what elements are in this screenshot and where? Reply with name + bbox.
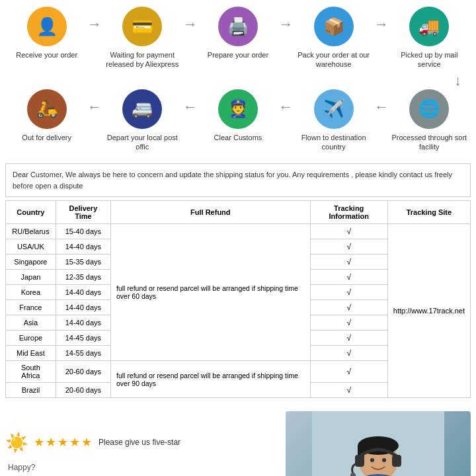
country-br: Brazil xyxy=(6,383,56,398)
step-out-delivery: 🛵 Out for delivery xyxy=(7,89,87,142)
pickup-mail-icon: 🚚 xyxy=(409,7,449,46)
shipping-process: 👤 Receive your order → 💳 Waiting for pay… xyxy=(0,0,476,160)
step-pack-order: 📦 Pack your order at our warehouse xyxy=(294,7,374,69)
happy-label: Happy? xyxy=(8,463,286,472)
tracking-ru: √ xyxy=(310,224,387,239)
arrow-6: ← xyxy=(183,89,198,116)
tracking-me: √ xyxy=(310,346,387,361)
svg-point-9 xyxy=(382,458,386,462)
check-br: √ xyxy=(346,385,351,395)
arrow-7: ← xyxy=(278,89,293,116)
tracking-fr: √ xyxy=(310,300,387,315)
delivery-usa: 14-40 days xyxy=(56,239,110,255)
arrow-1: → xyxy=(87,7,102,33)
notice-box: Dear Customer, We always be here to conc… xyxy=(5,163,471,197)
tracking-sg: √ xyxy=(310,255,387,270)
step-clear-customs: 👮 Clear Customs xyxy=(198,89,278,142)
step-pickup-mail-label: Picked up by mail service xyxy=(389,50,469,69)
tracking-site-all: http://www.17track.net xyxy=(387,224,470,398)
step-waiting-payment: 💳 Waiting for payment released by Aliexp… xyxy=(102,7,182,69)
step-waiting-payment-label: Waiting for payment released by Aliexpre… xyxy=(102,50,182,69)
check-kr: √ xyxy=(346,288,351,297)
prepare-order-icon: 🖨️ xyxy=(218,7,258,46)
col-refund: Full Refund xyxy=(110,201,310,224)
table-row: RU/Belarus 15-40 days full refund or res… xyxy=(6,224,471,239)
tracking-eu: √ xyxy=(310,331,387,346)
tracking-br: √ xyxy=(310,383,387,398)
tracking-jp: √ xyxy=(310,270,387,285)
step-depart-post-label: Depart your local post offic xyxy=(102,133,182,152)
pack-order-icon: 📦 xyxy=(314,7,354,46)
tracking-usa: √ xyxy=(310,239,387,255)
check-usa: √ xyxy=(346,242,351,251)
country-kr: Korea xyxy=(6,285,56,300)
down-arrow: ↓ xyxy=(7,72,469,89)
step-pickup-mail: 🚚 Picked up by mail service xyxy=(389,7,469,69)
step-depart-post: 🚐 Depart your local post offic xyxy=(102,89,182,152)
depart-post-icon: 🚐 xyxy=(122,89,162,129)
waiting-payment-icon: 💳 xyxy=(122,7,162,46)
arrow-8: ← xyxy=(374,89,389,116)
country-asia: Asia xyxy=(6,315,56,331)
country-me: Mid East xyxy=(6,346,56,361)
country-za: South Africa xyxy=(6,361,56,383)
delivery-asia: 14-40 days xyxy=(56,315,110,331)
receive-order-icon: 👤 xyxy=(27,7,67,46)
country-usa: USA/UK xyxy=(6,239,56,255)
tracking-asia: √ xyxy=(310,315,387,331)
delivery-br: 20-60 days xyxy=(56,383,110,398)
svg-point-8 xyxy=(370,458,374,462)
col-tracking-site: Tracking Site xyxy=(387,201,470,224)
process-row-2: 🛵 Out for delivery ← 🚐 Depart your local… xyxy=(7,89,469,152)
delivery-za: 20-60 days xyxy=(56,361,110,383)
step-flown-dest: ✈️ Flown to destination country xyxy=(294,89,374,152)
check-me: √ xyxy=(346,348,351,358)
tracking-kr: √ xyxy=(310,285,387,300)
step-pack-order-label: Pack your order at our warehouse xyxy=(294,50,374,69)
check-eu: √ xyxy=(346,333,351,342)
refund-group-2: full refund or resend parcel will be arr… xyxy=(110,361,310,398)
arrow-4: → xyxy=(374,7,389,33)
page-wrapper: 👤 Receive your order → 💳 Waiting for pay… xyxy=(0,0,476,476)
delivery-ru: 15-40 days xyxy=(56,224,110,239)
step-flown-dest-label: Flown to destination country xyxy=(294,133,374,152)
step-receive-order: 👤 Receive your order xyxy=(7,7,87,60)
customer-photo xyxy=(286,411,471,476)
tracking-za: √ xyxy=(310,361,387,383)
check-fr: √ xyxy=(346,303,351,312)
step-prepare-order-label: Prepare your order xyxy=(208,50,268,60)
rating-text: Please give us five-star xyxy=(99,438,180,447)
flown-dest-icon: ✈️ xyxy=(314,89,354,129)
country-fr: France xyxy=(6,300,56,315)
tracking-site-url[interactable]: http://www.17track.net xyxy=(393,307,465,315)
svg-rect-5 xyxy=(355,455,364,467)
delivery-kr: 14-40 days xyxy=(56,285,110,300)
out-delivery-icon: 🛵 xyxy=(27,89,67,129)
col-country: Country xyxy=(6,201,56,224)
clear-customs-icon: 👮 xyxy=(218,89,258,129)
delivery-eu: 14-45 days xyxy=(56,331,110,346)
rating-row: ☀️ ★★★★★ Please give us five-star xyxy=(5,432,286,454)
step-processed-sort-label: Processed through sort facility xyxy=(389,133,469,152)
star-rating: ★★★★★ xyxy=(34,435,93,450)
delivery-sg: 15-35 days xyxy=(56,255,110,270)
processed-sort-icon: 🌐 xyxy=(409,89,449,129)
step-clear-customs-label: Clear Customs xyxy=(214,133,262,142)
arrow-5: ← xyxy=(87,89,102,116)
check-sg: √ xyxy=(346,257,351,266)
svg-rect-6 xyxy=(392,455,401,467)
delivery-fr: 14-40 days xyxy=(56,300,110,315)
arrow-3: → xyxy=(278,7,293,33)
col-tracking-info: Tracking Information xyxy=(310,201,387,224)
step-out-delivery-label: Out for delivery xyxy=(22,133,71,142)
sun-icon: ☀️ xyxy=(5,432,28,454)
customer-photo-container xyxy=(286,411,471,476)
process-row-1: 👤 Receive your order → 💳 Waiting for pay… xyxy=(7,7,469,69)
shipping-table: Country Delivery Time Full Refund Tracki… xyxy=(5,200,471,398)
customer-service-svg xyxy=(312,411,444,476)
delivery-jp: 12-35 days xyxy=(56,270,110,285)
country-sg: Singapore xyxy=(6,255,56,270)
notice-text: Dear Customer, We always be here to conc… xyxy=(13,171,452,190)
country-ru: RU/Belarus xyxy=(6,224,56,239)
check-za: √ xyxy=(346,367,351,376)
